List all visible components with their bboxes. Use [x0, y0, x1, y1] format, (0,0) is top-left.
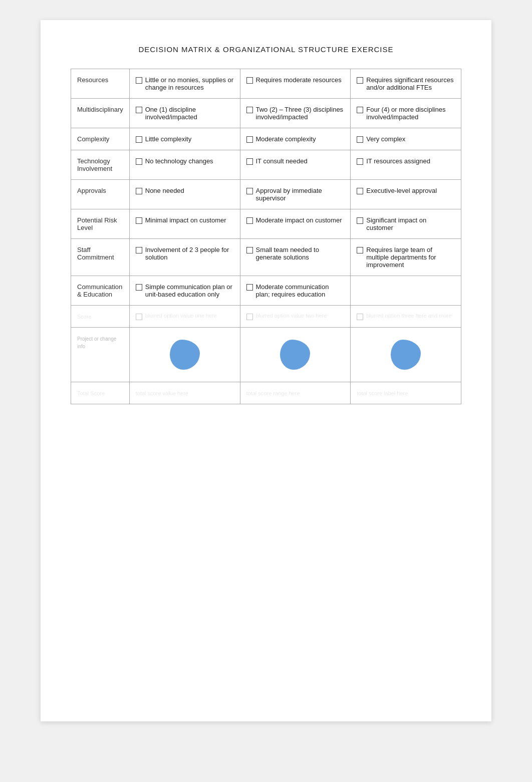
score-cell: total score label here — [351, 382, 461, 404]
checkbox-box[interactable] — [136, 136, 142, 143]
checkbox-box[interactable] — [246, 314, 253, 320]
table-row: ComplexityLittle complexityModerate comp… — [71, 128, 461, 150]
checkbox-box[interactable] — [136, 247, 142, 253]
checkbox-box[interactable] — [136, 284, 142, 291]
checkbox-item[interactable]: Little complexity — [136, 135, 234, 143]
checkbox-item[interactable]: Requires significant resources and/or ad… — [357, 76, 455, 91]
option-label: Very complex — [366, 135, 405, 143]
selection-blob — [280, 340, 310, 370]
row-label: Project or change info — [71, 328, 130, 382]
checkbox-item[interactable]: Requires large team of multiple departme… — [357, 246, 455, 269]
blob-cell — [129, 328, 240, 382]
option-cell: Two (2) – Three (3) disciplines involved… — [240, 99, 351, 128]
option-cell: Executive-level approval — [351, 180, 461, 209]
checkbox-box[interactable] — [357, 107, 363, 113]
option-label: Little complexity — [145, 135, 191, 143]
checkbox-item[interactable]: Significant impact on customer — [357, 216, 455, 231]
checkbox-item[interactable]: Approval by immediate supervisor — [246, 187, 345, 202]
checkbox-item[interactable]: Very complex — [357, 135, 455, 143]
score-cell: total score value here — [129, 382, 240, 404]
table-row: Staff CommitmentInvolvement of 2 3 peopl… — [71, 239, 461, 276]
option-cell: One (1) discipline involved/impacted — [129, 99, 240, 128]
checkbox-box[interactable] — [136, 158, 142, 165]
option-label: Requires moderate resources — [256, 76, 342, 84]
checkbox-box[interactable] — [357, 77, 363, 84]
option-cell: blurred option value one here — [129, 306, 240, 328]
checkbox-box[interactable] — [246, 247, 253, 253]
option-label: IT consult needed — [256, 157, 308, 165]
checkbox-item[interactable]: Moderate complexity — [246, 135, 345, 143]
score-cell: total score range here — [240, 382, 351, 404]
checkbox-box[interactable] — [357, 314, 363, 320]
page-title: DECISION MATRIX & ORGANIZATIONAL STRUCTU… — [71, 45, 461, 54]
checkbox-item[interactable]: IT resources assigned — [357, 157, 455, 165]
option-cell: Small team needed to generate solutions — [240, 239, 351, 276]
option-cell: Involvement of 2 3 people for solution — [129, 239, 240, 276]
option-cell: blurred option value two here — [240, 306, 351, 328]
checkbox-item[interactable]: Executive-level approval — [357, 187, 455, 194]
checkbox-box[interactable] — [136, 188, 142, 194]
option-label: Two (2) – Three (3) disciplines involved… — [256, 106, 345, 121]
checkbox-item[interactable]: Moderate communication plan; requires ed… — [246, 283, 345, 298]
option-label: Little or no monies, supplies or change … — [145, 76, 234, 91]
option-label: Executive-level approval — [366, 187, 437, 194]
checkbox-box[interactable] — [357, 188, 363, 194]
checkbox-box[interactable] — [246, 107, 253, 113]
option-cell: Four (4) or more disciplines involved/im… — [351, 99, 461, 128]
blob-cell — [240, 328, 351, 382]
checkbox-box[interactable] — [357, 136, 363, 143]
option-cell: Moderate impact on customer — [240, 209, 351, 239]
checkbox-item[interactable]: Small team needed to generate solutions — [246, 246, 345, 261]
option-label: Small team needed to generate solutions — [256, 246, 345, 261]
checkbox-item[interactable]: Four (4) or more disciplines involved/im… — [357, 106, 455, 121]
checkbox-box[interactable] — [246, 77, 253, 84]
checkbox-box[interactable] — [136, 77, 142, 84]
checkbox-box[interactable] — [357, 158, 363, 165]
table-row: Total Scoretotal score value heretotal s… — [71, 382, 461, 404]
checkbox-item[interactable]: Simple communication plan or unit-based … — [136, 283, 234, 298]
option-cell: IT consult needed — [240, 150, 351, 180]
checkbox-box[interactable] — [246, 158, 253, 165]
option-cell: Little or no monies, supplies or change … — [129, 69, 240, 99]
checkbox-item[interactable]: None needed — [136, 187, 234, 194]
option-cell: Very complex — [351, 128, 461, 150]
option-cell: Little complexity — [129, 128, 240, 150]
table-row: Communication & EducationSimple communic… — [71, 276, 461, 306]
checkbox-box[interactable] — [357, 247, 363, 253]
checkbox-item[interactable]: Involvement of 2 3 people for solution — [136, 246, 234, 261]
row-label: Communication & Education — [71, 276, 130, 306]
checkbox-box[interactable] — [246, 217, 253, 224]
checkbox-item[interactable]: IT consult needed — [246, 157, 345, 165]
option-cell: Requires large team of multiple departme… — [351, 239, 461, 276]
row-label: Approvals — [71, 180, 130, 209]
checkbox-box[interactable] — [136, 107, 142, 113]
option-cell: Moderate communication plan; requires ed… — [240, 276, 351, 306]
checkbox-box[interactable] — [246, 188, 253, 194]
row-label: Complexity — [71, 128, 130, 150]
checkbox-box[interactable] — [246, 284, 253, 291]
row-label: Multidisciplinary — [71, 99, 130, 128]
checkbox-box[interactable] — [136, 217, 142, 224]
row-label: Score — [71, 306, 130, 328]
row-label: Technology Involvement — [71, 150, 130, 180]
option-cell: Requires significant resources and/or ad… — [351, 69, 461, 99]
option-cell: No technology changes — [129, 150, 240, 180]
table-row: ApprovalsNone neededApproval by immediat… — [71, 180, 461, 209]
checkbox-box[interactable] — [357, 217, 363, 224]
option-label: No technology changes — [145, 157, 213, 165]
checkbox-item[interactable]: Two (2) – Three (3) disciplines involved… — [246, 106, 345, 121]
option-cell: None needed — [129, 180, 240, 209]
checkbox-item[interactable]: Requires moderate resources — [246, 76, 345, 84]
option-label: Moderate impact on customer — [256, 216, 342, 224]
option-label: IT resources assigned — [366, 157, 430, 165]
option-label: Minimal impact on customer — [145, 216, 226, 224]
checkbox-item[interactable]: One (1) discipline involved/impacted — [136, 106, 234, 121]
selection-blob — [391, 340, 421, 370]
checkbox-box[interactable] — [246, 136, 253, 143]
checkbox-item[interactable]: No technology changes — [136, 157, 234, 165]
decision-matrix-table: ResourcesLittle or no monies, supplies o… — [71, 69, 461, 404]
checkbox-item[interactable]: Minimal impact on customer — [136, 216, 234, 224]
checkbox-item[interactable]: Moderate impact on customer — [246, 216, 345, 224]
checkbox-item[interactable]: Little or no monies, supplies or change … — [136, 76, 234, 91]
checkbox-box[interactable] — [136, 314, 142, 320]
